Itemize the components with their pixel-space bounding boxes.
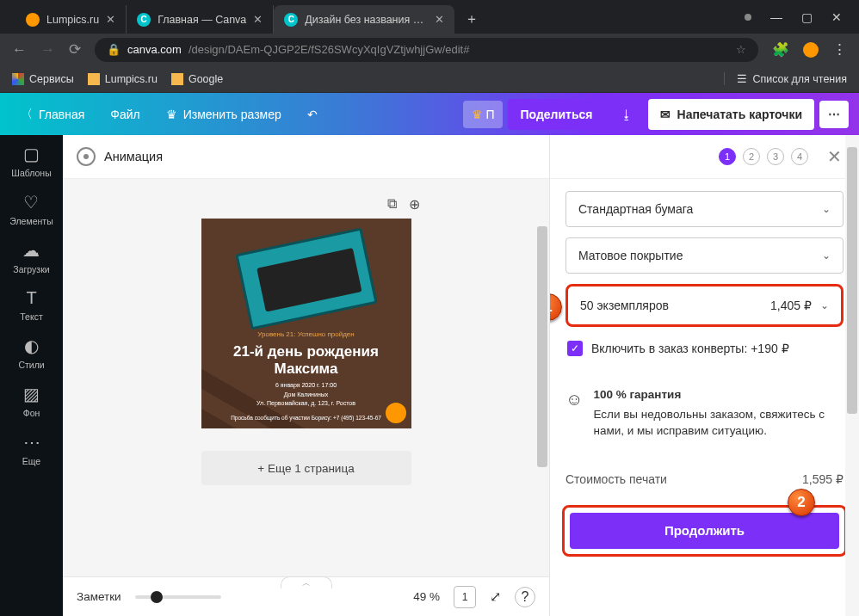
fullscreen-icon[interactable]: ⤢ [490, 588, 501, 605]
menu-icon[interactable]: ⋮ [832, 40, 847, 59]
notes-button[interactable]: Заметки [77, 590, 121, 603]
canvas-scrollbar[interactable] [535, 223, 549, 576]
print-cost-row: Стоимость печати 1,595 ₽ [565, 467, 844, 491]
page-tools: ⧉ ⊕ [387, 196, 420, 213]
user-icon[interactable] [745, 14, 751, 21]
step-indicator: 1 2 3 4 [719, 148, 808, 165]
sidebar-text[interactable]: TТекст [20, 288, 42, 322]
smile-icon: ☺ [565, 387, 583, 440]
download-button[interactable]: ⭳ [610, 99, 643, 130]
undo-button[interactable]: ↶ [297, 101, 328, 128]
close-icon[interactable]: ✕ [435, 13, 444, 26]
step-4[interactable]: 4 [791, 148, 808, 165]
sidebar-templates[interactable]: ▢Шаблоны [11, 144, 51, 178]
minimize-icon[interactable]: — [770, 10, 782, 24]
panel-scrollbar[interactable] [845, 135, 859, 616]
print-panel: 1 2 3 4 ✕ Стандартная бумага⌄ Матовое по… [549, 135, 859, 616]
sidebar-styles[interactable]: ◐Стили [18, 336, 44, 370]
animation-icon[interactable] [77, 147, 96, 166]
sidebar-background[interactable]: ▨Фон [23, 384, 40, 418]
close-window-icon[interactable]: ✕ [831, 10, 842, 24]
continue-button[interactable]: Продолжить [570, 513, 839, 549]
window-controls: — ▢ ✕ [727, 0, 859, 34]
reading-list-button[interactable]: ☰Список для чтения [724, 72, 847, 85]
address-bar[interactable]: 🔒 canva.com/design/DAEm-QJGP2E/fS26SWcyX… [95, 38, 758, 62]
annotation-marker-2: 2 [788, 489, 815, 516]
sidebar-uploads[interactable]: ☁Загрузки [13, 240, 49, 274]
tab-favicon [26, 13, 40, 27]
close-panel-icon[interactable]: ✕ [827, 146, 842, 167]
resize-button[interactable]: ♛Изменить размер [156, 101, 292, 128]
reload-icon[interactable]: ⟳ [69, 40, 81, 59]
back-icon[interactable]: ← [12, 41, 27, 59]
close-icon[interactable]: ✕ [106, 13, 115, 26]
print-cost-value: 1,595 ₽ [802, 472, 844, 486]
browser-toolbar: ← → ⟳ 🔒 canva.com/design/DAEm-QJGP2E/fS2… [0, 34, 859, 65]
maximize-icon[interactable]: ▢ [801, 10, 813, 24]
quantity-dropdown[interactable]: 1 50 экземпляров 1,405 ₽⌄ [565, 284, 844, 327]
extensions-icon[interactable]: 🧩 [772, 41, 789, 58]
share-button[interactable]: Поделиться [508, 99, 604, 130]
bookmark-google[interactable]: Google [171, 73, 223, 85]
tab-favicon: C [137, 13, 151, 27]
browser-tab[interactable]: C Главная — Canva ✕ [127, 5, 274, 34]
url-path: /design/DAEm-QJGP2E/fS26SWcyXqIgVZtjwhjj… [188, 43, 470, 56]
zoom-slider-knob[interactable] [151, 591, 163, 603]
step-1[interactable]: 1 [719, 148, 736, 165]
animation-label[interactable]: Анимация [104, 150, 163, 163]
undo-icon: ↶ [307, 108, 318, 121]
step-2[interactable]: 2 [743, 148, 760, 165]
duplicate-icon[interactable]: ⧉ [387, 196, 397, 213]
help-icon[interactable]: ? [515, 587, 535, 607]
print-panel-header: 1 2 3 4 ✕ [550, 135, 859, 179]
guarantee-title: 100 % гарантия [593, 387, 844, 403]
crown-icon: ♛ [166, 108, 177, 121]
coating-dropdown[interactable]: Матовое покрытие⌄ [565, 237, 844, 274]
avatar-icon[interactable] [803, 42, 819, 58]
envelopes-checkbox[interactable]: ✓ [567, 341, 583, 356]
home-button[interactable]: 〈Главная [10, 100, 95, 129]
guarantee-body: Если вы недовольны заказом, свяжитесь с … [593, 407, 844, 440]
file-button[interactable]: Файл [100, 101, 150, 128]
zoom-slider[interactable] [135, 595, 221, 599]
folder-icon [171, 73, 183, 85]
elements-icon: ♡ [23, 192, 39, 213]
zoom-value[interactable]: 49 % [413, 590, 440, 603]
continue-highlight: 2 Продолжить [562, 505, 847, 557]
more-button[interactable]: ⋯ [819, 101, 849, 128]
browser-tab-strip: Lumpics.ru ✕ C Главная — Canva ✕ C Дизай… [0, 0, 859, 34]
canvas-area[interactable]: ⧉ ⊕ Уровень 21: Успешно пройден 21-й ден… [63, 179, 549, 576]
lock-icon: 🔒 [107, 43, 121, 56]
more-icon: ⋯ [23, 432, 40, 453]
design-page[interactable]: Уровень 21: Успешно пройден 21-й день ро… [201, 219, 411, 428]
paper-type-dropdown[interactable]: Стандартная бумага⌄ [565, 191, 844, 227]
sidebar-elements[interactable]: ♡Элементы [9, 192, 53, 226]
folder-icon [88, 73, 100, 85]
add-page-button[interactable]: + Еще 1 страница [201, 451, 411, 485]
print-cards-button[interactable]: ✉Напечатать карточки [648, 99, 814, 130]
try-pro-button[interactable]: ♛ П [463, 101, 504, 128]
close-icon[interactable]: ✕ [253, 13, 263, 26]
forward-icon[interactable]: → [40, 41, 55, 59]
tab-label: Дизайн без названия — Пригл [305, 14, 428, 26]
list-icon: ☰ [737, 72, 747, 85]
context-toolbar: Анимация [63, 135, 549, 179]
browser-tab[interactable]: Lumpics.ru ✕ [15, 5, 127, 34]
footer-expand-handle[interactable]: ︿ [281, 576, 332, 588]
new-tab-button[interactable]: ＋ [454, 5, 489, 34]
bookmark-services[interactable]: Сервисы [12, 73, 74, 85]
editor-footer: ︿ Заметки 49 % 1 ⤢ ? [63, 576, 549, 616]
bookmark-lumpics[interactable]: Lumpics.ru [88, 73, 158, 85]
uploads-icon: ☁ [22, 240, 40, 261]
page-count-button[interactable]: 1 [454, 586, 476, 608]
browser-tab-active[interactable]: C Дизайн без названия — Пригл ✕ [274, 5, 454, 34]
sidebar-more[interactable]: ⋯Еще [22, 432, 40, 466]
envelopes-checkbox-row[interactable]: ✓ Включить в заказ конверты: +190 ₽ [565, 337, 844, 360]
design-rsvp-text: Просьба сообщить об участии Борису: +7 (… [201, 415, 411, 421]
step-3[interactable]: 3 [767, 148, 784, 165]
add-page-icon[interactable]: ⊕ [409, 196, 420, 213]
quantity-price: 1,405 ₽ [770, 299, 812, 312]
guarantee-block: ☺ 100 % гарантия Если вы недовольны зака… [565, 387, 844, 440]
apps-icon [12, 73, 24, 85]
star-icon[interactable]: ☆ [736, 43, 746, 56]
